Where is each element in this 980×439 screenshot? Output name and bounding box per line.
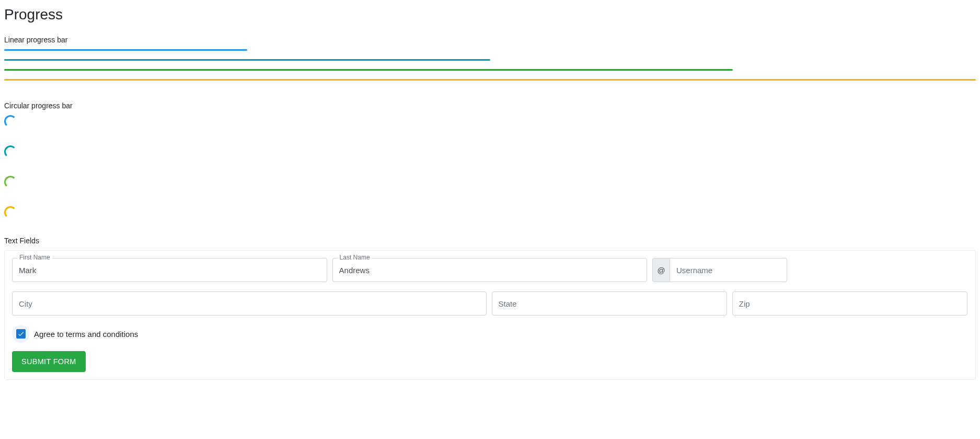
last-name-label: Last Name (338, 254, 372, 261)
terms-checkbox-ripple (12, 325, 30, 343)
linear-progress-bar (4, 49, 976, 51)
circular-progress-spinner (4, 145, 976, 158)
linear-progress-bar (4, 69, 976, 71)
zip-input[interactable] (732, 291, 967, 316)
linear-progress-group (4, 49, 976, 81)
last-name-input[interactable] (332, 258, 648, 282)
username-prefix: @ (652, 258, 670, 282)
submit-button[interactable]: Submit form (12, 351, 86, 372)
terms-label: Agree to terms and conditions (34, 330, 138, 339)
linear-progress-bar (4, 79, 976, 81)
check-icon (17, 330, 25, 337)
circular-progress-group (4, 115, 976, 219)
linear-progress-bar (4, 59, 976, 61)
username-input[interactable] (670, 258, 787, 282)
city-input[interactable] (12, 291, 487, 316)
page-title: Progress (4, 6, 976, 23)
text-fields-label: Text Fields (4, 237, 976, 245)
circular-progress-label: Circular progress bar (4, 102, 976, 110)
terms-checkbox[interactable] (16, 329, 26, 339)
circular-progress-spinner (4, 176, 976, 188)
circular-progress-spinner (4, 206, 976, 219)
first-name-input[interactable] (12, 258, 327, 282)
circular-progress-spinner (4, 115, 976, 128)
form-card: First Name Last Name @ (4, 250, 976, 380)
linear-progress-label: Linear progress bar (4, 36, 976, 44)
first-name-label: First Name (17, 254, 52, 261)
state-input[interactable] (492, 291, 727, 316)
